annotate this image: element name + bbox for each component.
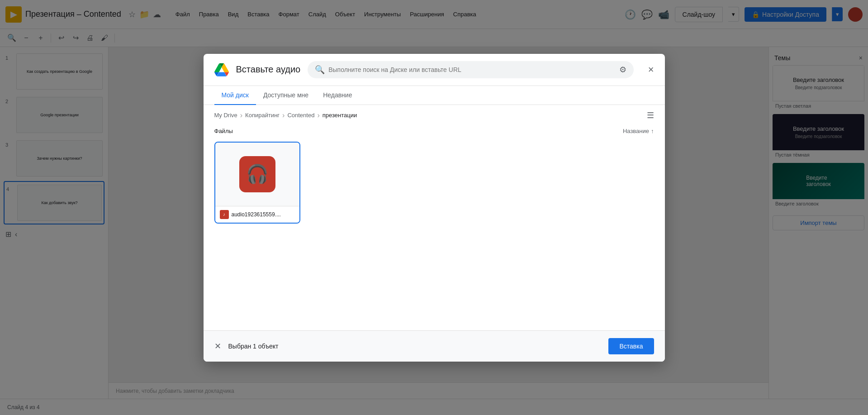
sort-label: Название xyxy=(623,128,649,134)
file-name-row: ♪ audio1923615559.... xyxy=(215,206,299,223)
search-icon: 🔍 xyxy=(315,65,325,75)
view-toggle-button[interactable]: ☰ xyxy=(647,110,654,120)
modal-content-area: Файлы Название ↑ 🎧 ♪ xyxy=(204,120,665,330)
tab-shared[interactable]: Доступные мне xyxy=(256,86,316,105)
audio-small-icon: ♪ xyxy=(223,212,225,217)
modal-breadcrumb: My Drive › Копирайтинг › Contented › пре… xyxy=(214,111,357,119)
breadcrumb-contented[interactable]: Contented xyxy=(287,112,314,119)
modal-overlay: Вставьте аудио 🔍 ⚙ × Мой диск Доступные … xyxy=(0,0,868,415)
file-name-label: audio1923615559.... xyxy=(232,211,281,218)
audio-icon-large: 🎧 xyxy=(239,156,275,192)
file-grid: 🎧 ♪ audio1923615559.... xyxy=(214,138,654,227)
modal-close-button[interactable]: × xyxy=(648,64,654,76)
modal-title: Вставьте аудио xyxy=(236,64,301,75)
modal-search-box[interactable]: 🔍 ⚙ xyxy=(308,61,633,78)
sort-arrow-icon: ↑ xyxy=(651,128,654,134)
file-type-icon-small: ♪ xyxy=(220,210,229,219)
modal-search-input[interactable] xyxy=(328,66,615,73)
breadcrumb-copywriting[interactable]: Копирайтинг xyxy=(245,112,280,119)
breadcrumb-sep-2: › xyxy=(282,111,285,119)
footer-clear-button[interactable]: ✕ xyxy=(214,341,221,351)
tab-recent[interactable]: Недавние xyxy=(316,86,359,105)
headphones-icon: 🎧 xyxy=(246,163,269,185)
modal-footer: ✕ Выбран 1 объект Вставка xyxy=(204,330,665,362)
modal-tabs: Мой диск Доступные мне Недавние xyxy=(204,86,665,105)
file-item-audio[interactable]: 🎧 ♪ audio1923615559.... xyxy=(214,142,300,224)
sort-control[interactable]: Название ↑ xyxy=(623,128,654,134)
modal-breadcrumb-row: My Drive › Копирайтинг › Contented › пре… xyxy=(204,105,665,120)
modal-header: Вставьте аудио 🔍 ⚙ × xyxy=(204,54,665,86)
tab-my-drive[interactable]: Мой диск xyxy=(214,86,256,105)
files-section-label: Файлы xyxy=(214,128,233,134)
breadcrumb-prezentacii[interactable]: презентации xyxy=(323,112,357,119)
breadcrumb-mydrive[interactable]: My Drive xyxy=(214,112,237,119)
files-header: Файлы Название ↑ xyxy=(214,124,654,138)
insert-button[interactable]: Вставка xyxy=(608,338,654,354)
file-thumbnail: 🎧 xyxy=(215,143,299,206)
insert-audio-modal: Вставьте аудио 🔍 ⚙ × Мой диск Доступные … xyxy=(204,54,665,362)
google-drive-logo xyxy=(214,62,229,77)
breadcrumb-sep-1: › xyxy=(240,111,242,119)
footer-status-text: Выбран 1 объект xyxy=(228,343,602,350)
filter-icon[interactable]: ⚙ xyxy=(619,65,626,75)
breadcrumb-sep-3: › xyxy=(317,111,319,119)
